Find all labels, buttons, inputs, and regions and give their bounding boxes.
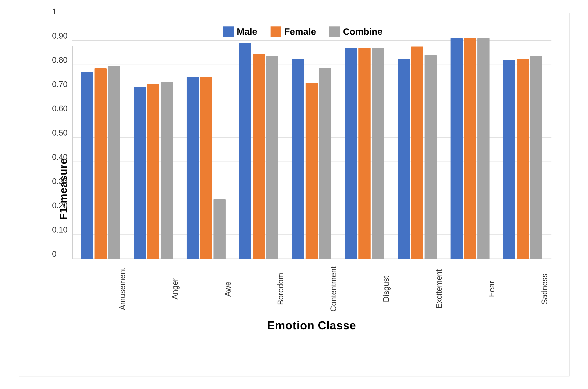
bar: [239, 43, 251, 259]
bar: [425, 55, 437, 259]
x-label: Amusement: [74, 264, 127, 312]
x-label: Fear: [443, 264, 496, 312]
bar-group: [127, 82, 180, 259]
x-label: Sadness: [496, 264, 549, 312]
emotion-group: [496, 56, 549, 259]
bar-group: [391, 46, 444, 259]
gridlines-bars: 00.100.200.300.400.500.600.700.800.901: [72, 46, 552, 259]
y-tick-label: 0.30: [52, 177, 68, 186]
legend-item: Male: [223, 27, 257, 37]
bar: [253, 54, 265, 259]
x-labels: AmusementAngerAweBoredomContentmentDisgu…: [72, 264, 552, 312]
bar: [345, 48, 357, 259]
plot-area: 00.100.200.300.400.500.600.700.800.901 A…: [72, 46, 552, 332]
bar: [358, 48, 371, 259]
x-label: Disgust: [338, 264, 391, 312]
y-tick-label: 1: [52, 7, 57, 16]
bar: [147, 84, 159, 259]
y-tick-label: 0.60: [52, 104, 68, 113]
legend-label: Female: [284, 27, 316, 37]
gridline: 1: [72, 16, 552, 16]
x-axis-label: Emotion Classe: [72, 319, 552, 332]
bar: [319, 68, 331, 259]
bar: [186, 77, 199, 259]
legend-item: Combine: [329, 27, 383, 37]
x-label: Anger: [127, 264, 180, 312]
legend-color-box: [271, 27, 281, 37]
chart-legend: MaleFemaleCombine: [54, 27, 552, 37]
bar: [372, 48, 384, 259]
bar: [464, 38, 476, 259]
bar: [134, 87, 146, 259]
bar-group: [232, 43, 285, 259]
bar: [108, 66, 120, 259]
bar: [266, 56, 278, 259]
legend-color-box: [223, 27, 234, 37]
bottom-axis: [72, 259, 552, 259]
chart-area: F1-measure 00.100.200.300.400.500.600.70…: [54, 46, 552, 332]
x-label: Excitement: [391, 264, 444, 312]
bar: [200, 77, 212, 259]
bar: [517, 59, 529, 259]
legend-item: Female: [271, 27, 316, 37]
bar: [503, 60, 515, 259]
x-label: Contentment: [285, 264, 338, 312]
y-tick-label: 0.20: [52, 201, 68, 210]
y-tick-label: 0.10: [52, 225, 68, 234]
emotion-group: [74, 66, 127, 259]
bar: [477, 38, 490, 259]
bar-group: [443, 38, 496, 259]
emotion-group: [391, 46, 444, 259]
y-tick-label: 0: [52, 250, 57, 259]
y-tick-label: 0.70: [52, 80, 68, 89]
legend-label: Combine: [343, 27, 383, 37]
y-tick-label: 0.80: [52, 56, 68, 65]
bar: [398, 59, 410, 259]
y-tick-label: 0.40: [52, 153, 68, 162]
bar: [411, 46, 423, 259]
legend-color-box: [329, 27, 340, 37]
emotion-group: [443, 38, 496, 259]
emotion-group: [232, 43, 285, 259]
bar: [292, 59, 304, 259]
emotion-group: [180, 77, 233, 259]
bars-container: [72, 46, 552, 259]
bar: [451, 38, 463, 259]
y-tick-label: 0.50: [52, 128, 68, 137]
bar: [306, 83, 318, 259]
bar: [81, 72, 93, 259]
legend-label: Male: [237, 27, 257, 37]
y-tick-label: 0.90: [52, 31, 68, 40]
x-label: Awe: [180, 264, 233, 312]
bar: [530, 56, 542, 259]
bar-group: [285, 59, 338, 259]
emotion-group: [338, 48, 391, 259]
bar-group: [74, 66, 127, 259]
bar: [214, 199, 226, 259]
bar: [161, 82, 173, 259]
bar-group: [496, 56, 549, 259]
emotion-group: [285, 59, 338, 259]
chart-container: MaleFemaleCombine F1-measure 00.100.200.…: [19, 13, 569, 376]
x-label: Boredom: [232, 264, 285, 312]
bar-group: [180, 77, 233, 259]
bar: [94, 68, 107, 259]
bar-group: [338, 48, 391, 259]
emotion-group: [127, 82, 180, 259]
